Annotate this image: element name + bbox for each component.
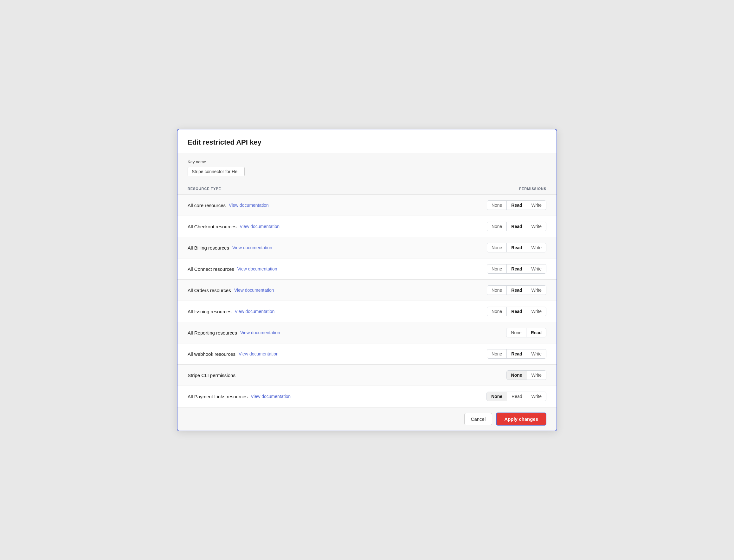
perm-btn-checkout-none[interactable]: None (487, 222, 507, 231)
resource-label-group: All webhook resourcesView documentation (188, 351, 279, 357)
permission-group-orders: NoneReadWrite (487, 285, 546, 295)
perm-btn-webhook-write[interactable]: Write (527, 349, 546, 358)
resource-label-group: All Billing resourcesView documentation (188, 245, 272, 251)
resource-name-connect: All Connect resources (188, 266, 234, 272)
perm-btn-core-read[interactable]: Read (507, 201, 527, 210)
perm-btn-billing-none[interactable]: None (487, 243, 507, 252)
resource-label-group: All Payment Links resourcesView document… (188, 394, 291, 399)
permission-group-payment-links: NoneReadWrite (486, 392, 546, 401)
resource-row-webhook: All webhook resourcesView documentationN… (178, 343, 556, 365)
perm-btn-connect-read[interactable]: Read (507, 264, 527, 273)
resource-label-group: Stripe CLI permissions (188, 373, 236, 378)
view-doc-link-payment-links[interactable]: View documentation (251, 394, 291, 399)
view-doc-link-checkout[interactable]: View documentation (240, 224, 280, 229)
resource-label-group: All Issuing resourcesView documentation (188, 309, 275, 314)
resource-row-payment-links: All Payment Links resourcesView document… (178, 386, 556, 407)
edit-api-key-modal: Edit restricted API key Key name RESOURC… (177, 129, 557, 431)
perm-btn-orders-write[interactable]: Write (527, 286, 546, 295)
resource-row-orders: All Orders resourcesView documentationNo… (178, 280, 556, 301)
perm-btn-billing-read[interactable]: Read (507, 243, 527, 252)
resource-name-checkout: All Checkout resources (188, 224, 237, 229)
cancel-button[interactable]: Cancel (464, 413, 492, 425)
resource-label-group: All Orders resourcesView documentation (188, 288, 274, 293)
permission-group-reporting: NoneRead (506, 328, 546, 337)
perm-btn-checkout-write[interactable]: Write (527, 222, 546, 231)
perm-btn-cli-none[interactable]: None (507, 371, 527, 380)
resource-rows: All core resourcesView documentationNone… (178, 195, 556, 407)
resource-label-group: All core resourcesView documentation (188, 203, 269, 208)
resource-type-col-header: RESOURCE TYPE (188, 187, 221, 191)
resource-row-issuing: All Issuing resourcesView documentationN… (178, 301, 556, 322)
resource-label-group: All Connect resourcesView documentation (188, 266, 277, 272)
perm-btn-payment-links-read[interactable]: Read (507, 392, 527, 401)
modal-title: Edit restricted API key (188, 138, 546, 147)
permission-group-checkout: NoneReadWrite (487, 222, 546, 231)
key-name-label: Key name (188, 160, 546, 164)
perm-btn-webhook-read[interactable]: Read (507, 349, 527, 358)
permissions-col-header: PERMISSIONS (519, 187, 546, 191)
resource-row-billing: All Billing resourcesView documentationN… (178, 237, 556, 258)
perm-btn-webhook-none[interactable]: None (487, 349, 507, 358)
perm-btn-issuing-write[interactable]: Write (527, 307, 546, 316)
resource-row-core: All core resourcesView documentationNone… (178, 195, 556, 216)
view-doc-link-connect[interactable]: View documentation (237, 266, 277, 271)
permission-group-core: NoneReadWrite (487, 200, 546, 210)
perm-btn-connect-write[interactable]: Write (527, 264, 546, 273)
perm-btn-payment-links-write[interactable]: Write (527, 392, 546, 401)
perm-btn-cli-write[interactable]: Write (527, 371, 546, 380)
modal-footer: Cancel Apply changes (178, 407, 556, 431)
perm-btn-orders-none[interactable]: None (487, 286, 507, 295)
view-doc-link-reporting[interactable]: View documentation (240, 330, 280, 335)
perm-btn-issuing-none[interactable]: None (487, 307, 507, 316)
perm-btn-orders-read[interactable]: Read (507, 286, 527, 295)
key-name-input[interactable] (188, 167, 245, 176)
resource-name-webhook: All webhook resources (188, 351, 236, 357)
resource-label-group: All Checkout resourcesView documentation (188, 224, 280, 229)
resource-name-orders: All Orders resources (188, 288, 231, 293)
key-name-section: Key name (178, 153, 556, 183)
perm-btn-checkout-read[interactable]: Read (507, 222, 527, 231)
resource-name-reporting: All Reporting resources (188, 330, 237, 335)
view-doc-link-billing[interactable]: View documentation (232, 245, 272, 250)
resource-name-core: All core resources (188, 203, 226, 208)
perm-btn-core-none[interactable]: None (487, 201, 507, 210)
perm-btn-core-write[interactable]: Write (527, 201, 546, 210)
resource-name-cli: Stripe CLI permissions (188, 373, 236, 378)
permission-group-webhook: NoneReadWrite (487, 349, 546, 359)
view-doc-link-core[interactable]: View documentation (229, 203, 269, 208)
apply-changes-button[interactable]: Apply changes (496, 413, 546, 426)
resource-label-group: All Reporting resourcesView documentatio… (188, 330, 280, 335)
resource-row-reporting: All Reporting resourcesView documentatio… (178, 322, 556, 343)
permission-group-connect: NoneReadWrite (487, 264, 546, 274)
perm-btn-connect-none[interactable]: None (487, 264, 507, 273)
perm-btn-payment-links-none[interactable]: None (487, 392, 507, 401)
resource-name-issuing: All Issuing resources (188, 309, 231, 314)
view-doc-link-webhook[interactable]: View documentation (239, 351, 279, 356)
perm-btn-issuing-read[interactable]: Read (507, 307, 527, 316)
resource-row-checkout: All Checkout resourcesView documentation… (178, 216, 556, 237)
perm-btn-billing-write[interactable]: Write (527, 243, 546, 252)
resource-row-cli: Stripe CLI permissionsNoneWrite (178, 365, 556, 386)
permission-group-cli: NoneWrite (506, 370, 546, 380)
perm-btn-reporting-none[interactable]: None (506, 328, 526, 337)
resource-name-payment-links: All Payment Links resources (188, 394, 248, 399)
modal-header: Edit restricted API key (178, 129, 556, 153)
perm-btn-reporting-read[interactable]: Read (526, 328, 546, 337)
table-header: RESOURCE TYPE PERMISSIONS (178, 183, 556, 195)
view-doc-link-issuing[interactable]: View documentation (235, 309, 275, 314)
resource-row-connect: All Connect resourcesView documentationN… (178, 258, 556, 280)
view-doc-link-orders[interactable]: View documentation (234, 288, 274, 293)
permission-group-issuing: NoneReadWrite (487, 307, 546, 316)
permission-group-billing: NoneReadWrite (487, 243, 546, 252)
resource-name-billing: All Billing resources (188, 245, 229, 251)
